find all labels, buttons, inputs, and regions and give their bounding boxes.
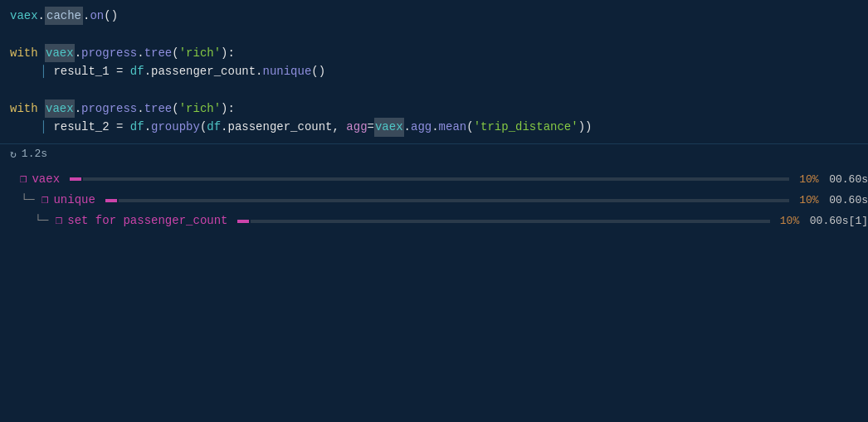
code-line-5: │ result_2 = df . groupby ( df . passeng… bbox=[10, 118, 868, 136]
bar-empty-1 bbox=[119, 199, 789, 202]
timing-value: 1.2s bbox=[22, 148, 47, 160]
bar-empty-2 bbox=[251, 220, 769, 223]
pct-2: 10% bbox=[780, 211, 810, 230]
progress-method: progress bbox=[81, 44, 137, 62]
label-set: set for passenger_count bbox=[67, 211, 227, 231]
code-line-3: │ result_1 = df . passenger_count . nuni… bbox=[10, 62, 868, 80]
with-keyword-2: with bbox=[10, 99, 45, 118]
vaex-token-2: vaex bbox=[45, 44, 75, 62]
df-token-1: df bbox=[130, 62, 144, 80]
bar-filled-2 bbox=[237, 220, 249, 223]
pct-0: 10% bbox=[799, 170, 829, 189]
tree-connector-1: └─ bbox=[7, 190, 41, 211]
agg-param: agg bbox=[346, 118, 367, 136]
progress-row-set: └─ ❒ set for passenger_count 10% 00.60s[… bbox=[7, 211, 868, 231]
bar-filled-1 bbox=[105, 199, 117, 202]
df-token-2: df bbox=[130, 118, 144, 136]
progress-method-2: progress bbox=[81, 99, 137, 118]
on-token: on bbox=[90, 7, 104, 25]
refresh-icon: ↻ bbox=[10, 148, 17, 161]
progress-track-1 bbox=[105, 199, 789, 202]
nunique-method: nunique bbox=[263, 62, 312, 80]
time-0: 00.60s bbox=[829, 170, 868, 189]
progress-track-0 bbox=[70, 177, 789, 181]
progress-row-unique: └─ ❒ unique 10% 00.60s bbox=[7, 190, 868, 211]
rich-string-1: 'rich' bbox=[179, 44, 221, 62]
passenger-count-2: passenger_count bbox=[228, 118, 333, 136]
bar-filled-0 bbox=[70, 177, 81, 181]
pipe-1: │ bbox=[40, 62, 46, 80]
groupby-method: groupby bbox=[151, 118, 200, 136]
tree-method: tree bbox=[144, 44, 173, 62]
rich-string-2: 'rich' bbox=[179, 99, 221, 118]
vaex-token-4: vaex bbox=[374, 118, 404, 136]
with-keyword-1: with bbox=[10, 44, 45, 62]
bar-empty-0 bbox=[83, 177, 789, 181]
code-line-4: with vaex.progress.tree('rich'): bbox=[10, 99, 868, 118]
label-unique: unique bbox=[53, 190, 95, 211]
pct-1: 10% bbox=[799, 191, 829, 210]
hash-icon-0: ❒ bbox=[20, 169, 27, 190]
tree-connector-2: └─ bbox=[7, 211, 56, 231]
cache-token: cache bbox=[45, 7, 83, 25]
progress-track-2 bbox=[237, 220, 769, 223]
hash-icon-1: ❒ bbox=[41, 190, 48, 211]
label-vaex: vaex bbox=[32, 169, 60, 190]
pipe-2: │ bbox=[40, 118, 46, 136]
progress-row-vaex: ❒ vaex 10% 00.60s bbox=[7, 169, 868, 190]
timing-bar: ↻ 1.2s bbox=[0, 144, 868, 164]
code-line-1: vaex.cache.on() bbox=[10, 7, 868, 25]
tree-method-2: tree bbox=[144, 99, 173, 118]
editor-area: vaex.cache.on() with vaex.progress.tree(… bbox=[0, 0, 868, 144]
time-1: 00.60s bbox=[829, 191, 868, 210]
blank-2 bbox=[10, 81, 868, 99]
trip-distance-string: 'trip_distance' bbox=[474, 118, 578, 136]
passenger-count-1: passenger_count bbox=[151, 62, 256, 80]
df-token-3: df bbox=[207, 118, 221, 136]
code-line-2: with vaex.progress.tree('rich'): bbox=[10, 44, 868, 62]
hash-icon-2: ❒ bbox=[56, 211, 62, 231]
agg-method: agg bbox=[411, 118, 432, 136]
vaex-token: vaex bbox=[10, 7, 38, 25]
extra-2: [1] bbox=[849, 215, 868, 227]
blank-1 bbox=[10, 25, 868, 43]
progress-area: ❒ vaex 10% 00.60s └─ ❒ unique 10% 00.60s… bbox=[0, 164, 868, 237]
result1-var: result_1 bbox=[53, 62, 109, 80]
result2-var: result_2 bbox=[53, 118, 109, 136]
mean-method: mean bbox=[439, 118, 467, 136]
time-2: 00.60s[1] bbox=[810, 211, 868, 230]
vaex-token-3: vaex bbox=[45, 99, 75, 118]
